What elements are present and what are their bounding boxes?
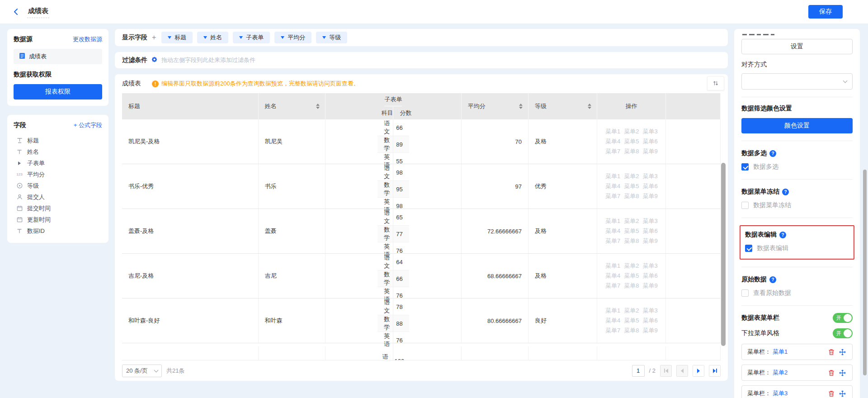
- col-header-name[interactable]: 姓名: [259, 93, 326, 119]
- col-header-avg[interactable]: 平均分: [462, 93, 528, 119]
- op-menu-link[interactable]: 菜单5: [624, 137, 639, 146]
- op-menu-link[interactable]: 菜单7: [605, 192, 620, 200]
- col-header-grade[interactable]: 等级: [528, 93, 597, 119]
- op-menu-link[interactable]: 菜单1: [605, 128, 620, 136]
- op-menu-link[interactable]: 菜单2: [624, 128, 639, 136]
- gear-icon[interactable]: [151, 56, 158, 64]
- field-chip[interactable]: 子表单: [233, 32, 270, 43]
- op-menu-link[interactable]: 菜单5: [624, 317, 639, 325]
- window-scrollbar[interactable]: [863, 170, 867, 375]
- color-settings-button[interactable]: 颜色设置: [741, 118, 853, 133]
- op-menu-link[interactable]: 菜单8: [624, 282, 639, 290]
- move-icon[interactable]: [838, 347, 847, 356]
- op-menu-link[interactable]: 菜单2: [624, 217, 639, 225]
- op-menu-link[interactable]: 菜单9: [642, 282, 657, 290]
- checkbox[interactable]: [741, 163, 749, 171]
- field-item[interactable]: 标题: [14, 135, 102, 146]
- col-header-subform[interactable]: 子表单 科目 分数: [326, 93, 462, 119]
- current-page-input[interactable]: 1: [632, 365, 645, 377]
- datasource-item[interactable]: 成绩表: [14, 49, 102, 64]
- op-menu-link[interactable]: 菜单2: [624, 172, 639, 180]
- checkbox[interactable]: [741, 202, 749, 209]
- op-menu-link[interactable]: 菜单6: [642, 182, 657, 190]
- add-field-icon[interactable]: +: [152, 33, 156, 42]
- op-menu-link[interactable]: 菜单5: [624, 182, 639, 190]
- field-item[interactable]: 姓名: [14, 146, 102, 157]
- sort-order-icon[interactable]: [707, 76, 724, 90]
- checkbox[interactable]: [741, 289, 749, 297]
- op-menu-link[interactable]: 菜单9: [642, 147, 657, 156]
- field-chip[interactable]: 标题: [161, 32, 193, 43]
- op-menu-link[interactable]: 菜单7: [605, 147, 620, 156]
- prev-page-button[interactable]: [676, 365, 688, 377]
- table-row[interactable]: 和叶森-良好 和叶森 语文78数学88英语76 80.66666667 良好 菜…: [122, 298, 721, 343]
- field-chip[interactable]: 等级: [316, 32, 347, 43]
- change-datasource-link[interactable]: 更改数据源: [73, 35, 102, 43]
- help-icon[interactable]: ?: [769, 150, 776, 157]
- op-menu-link[interactable]: 菜单3: [642, 172, 657, 180]
- op-menu-link[interactable]: 菜单7: [605, 282, 620, 290]
- op-menu-link[interactable]: 菜单1: [605, 262, 620, 270]
- trash-icon[interactable]: [827, 368, 836, 377]
- op-menu-link[interactable]: 菜单6: [642, 227, 657, 235]
- first-page-button[interactable]: [660, 365, 672, 377]
- field-item[interactable]: 子表单: [14, 157, 102, 169]
- op-menu-link[interactable]: 菜单8: [624, 147, 639, 156]
- menu-row-name[interactable]: 菜单2: [773, 369, 788, 377]
- last-page-button[interactable]: [709, 365, 721, 377]
- menu-bar-toggle[interactable]: 开: [833, 313, 853, 323]
- field-item[interactable]: 更新时间: [14, 214, 102, 225]
- field-item[interactable]: 等级: [14, 180, 102, 191]
- op-menu-link[interactable]: 菜单9: [642, 327, 657, 335]
- sort-caret-icon[interactable]: [588, 104, 591, 109]
- op-menu-link[interactable]: 菜单6: [642, 317, 657, 325]
- col-header-score[interactable]: 分数: [393, 106, 411, 119]
- back-icon[interactable]: [11, 7, 21, 17]
- op-menu-link[interactable]: 菜单4: [605, 317, 620, 325]
- op-menu-link[interactable]: 菜单1: [605, 172, 620, 180]
- field-item[interactable]: 数据ID: [14, 225, 102, 237]
- menu-row-name[interactable]: 菜单1: [773, 348, 788, 356]
- sort-caret-icon[interactable]: [316, 104, 320, 109]
- help-icon[interactable]: ?: [779, 232, 786, 238]
- field-item[interactable]: 123平均分: [14, 169, 102, 180]
- field-item[interactable]: 提交人: [14, 191, 102, 203]
- dropdown-style-toggle[interactable]: 开: [833, 328, 853, 338]
- sort-caret-icon[interactable]: [519, 104, 523, 109]
- trash-icon[interactable]: [827, 347, 836, 356]
- filter-placeholder[interactable]: 拖动左侧字段到此处来添加过滤条件: [161, 56, 255, 64]
- help-icon[interactable]: ?: [769, 276, 776, 283]
- op-menu-link[interactable]: 菜单3: [642, 128, 657, 136]
- op-menu-link[interactable]: 菜单8: [624, 237, 639, 245]
- table-row[interactable]: 书乐-优秀 书乐 语文98数学95英语98 97 优秀 菜单1菜单2菜单3菜单4…: [122, 164, 721, 209]
- op-menu-link[interactable]: 菜单5: [624, 227, 639, 235]
- table-row[interactable]: 凯尼吴-及格 凯尼吴 语文66数学89英语55 70 及格 菜单1菜单2菜单3菜…: [122, 119, 721, 164]
- col-header-subject[interactable]: 科目: [375, 106, 393, 119]
- field-chip[interactable]: 平均分: [274, 32, 311, 43]
- op-menu-link[interactable]: 菜单7: [605, 237, 620, 245]
- col-header-title[interactable]: 标题: [122, 93, 259, 119]
- page-title[interactable]: 成绩表: [27, 6, 49, 18]
- op-menu-link[interactable]: 菜单2: [624, 262, 639, 270]
- formula-field-link[interactable]: + 公式字段: [74, 121, 102, 129]
- move-icon[interactable]: [838, 368, 847, 377]
- next-page-button[interactable]: [693, 365, 704, 377]
- op-menu-link[interactable]: 菜单1: [605, 217, 620, 225]
- op-menu-link[interactable]: 菜单3: [642, 307, 657, 315]
- help-icon[interactable]: ?: [782, 189, 789, 195]
- op-menu-link[interactable]: 菜单4: [605, 272, 620, 280]
- checkbox[interactable]: [745, 245, 752, 252]
- op-menu-link[interactable]: 菜单3: [642, 262, 657, 270]
- op-menu-link[interactable]: 菜单1: [605, 307, 620, 315]
- report-perm-button[interactable]: 报表权限: [14, 84, 102, 100]
- save-button[interactable]: 保存: [808, 5, 843, 19]
- op-menu-link[interactable]: 菜单2: [624, 307, 639, 315]
- op-menu-link[interactable]: 菜单6: [642, 272, 657, 280]
- op-menu-link[interactable]: 菜单4: [605, 137, 620, 146]
- op-menu-link[interactable]: 菜单6: [642, 137, 657, 146]
- op-menu-link[interactable]: 菜单3: [642, 217, 657, 225]
- op-menu-link[interactable]: 菜单9: [642, 237, 657, 245]
- op-menu-link[interactable]: 菜单8: [624, 327, 639, 335]
- page-size-select[interactable]: 20 条/页: [122, 365, 162, 377]
- table-row[interactable]: 盖聂-及格 盖聂 语文65数学77英语76 72.66666667 及格 菜单1…: [122, 209, 721, 254]
